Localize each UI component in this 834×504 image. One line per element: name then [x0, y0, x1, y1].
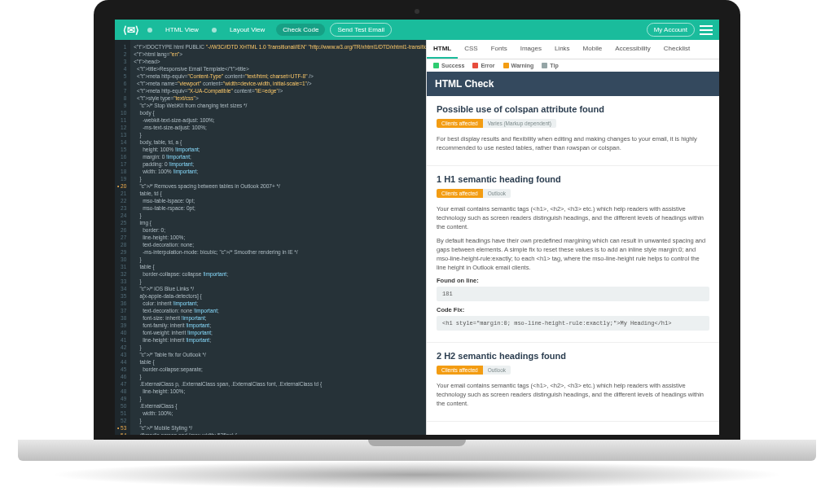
issue-text: For best display results and flexibility…: [437, 134, 709, 152]
tab-links[interactable]: Links: [548, 40, 577, 59]
screen-bezel: ⟨✉⟩ HTML View Layout View Check Code Sen…: [94, 0, 740, 441]
issue-item: 1 H1 semantic heading foundClients affec…: [427, 166, 719, 343]
legend-error: Error: [472, 63, 494, 68]
found-label: Found on line:: [437, 277, 709, 284]
tab-accessibility[interactable]: Accessibility: [608, 40, 657, 59]
issue-title: 1 H1 semantic heading found: [437, 174, 709, 184]
laptop-base: [18, 440, 816, 461]
code-editor[interactable]: 12345678910111213141516171819• 202122232…: [115, 40, 426, 435]
tab-images[interactable]: Images: [514, 40, 548, 59]
panel-title: HTML Check: [427, 72, 719, 96]
badge-clients: Clients affected: [437, 366, 483, 375]
shadow: [49, 461, 785, 489]
logo-icon: ⟨✉⟩: [121, 24, 141, 37]
legend: Success Error Warning Tip: [427, 59, 719, 72]
badge-scope: Outlook: [483, 189, 511, 198]
tab-css[interactable]: CSS: [458, 40, 484, 59]
laptop-frame: ⟨✉⟩ HTML View Layout View Check Code Sen…: [0, 0, 834, 504]
fix-label: Code Fix:: [437, 306, 709, 313]
html-view-button[interactable]: HTML View: [159, 24, 205, 36]
topbar: ⟨✉⟩ HTML View Layout View Check Code Sen…: [115, 20, 719, 40]
trackpad-notch: [368, 440, 466, 446]
found-line: 181: [437, 287, 709, 301]
send-test-button[interactable]: Send Test Email: [330, 23, 392, 37]
tab-checklist[interactable]: Checklist: [657, 40, 696, 59]
my-account-button[interactable]: My Account: [647, 23, 695, 37]
camera-dot: [415, 9, 419, 14]
tab-html[interactable]: HTML: [427, 40, 458, 59]
badge-clients: Clients affected: [437, 189, 483, 198]
fix-code: <h1 style="margin:0; mso-line-height-rul…: [437, 316, 709, 331]
badge-scope: Outlook: [483, 366, 511, 375]
issues-list[interactable]: Possible use of colspan attribute foundC…: [427, 96, 719, 435]
divider-dot: [212, 28, 217, 33]
issue-title: Possible use of colspan attribute found: [437, 104, 709, 114]
badge-clients: Clients affected: [437, 119, 483, 128]
menu-icon[interactable]: [700, 25, 713, 35]
results-panel: HTMLCSSFontsImagesLinksMobileAccessibili…: [426, 40, 719, 435]
main-split: 12345678910111213141516171819• 202122232…: [115, 40, 719, 435]
issue-text: Your email contains semantic tags (<h1>,…: [437, 204, 709, 231]
badge-scope: Varies (Markup dependent): [483, 119, 556, 128]
issue-text: Your email contains semantic tags (<h1>,…: [437, 381, 709, 408]
code-area[interactable]: <"t">!DOCTYPE html PUBLIC "-//W3C//DTD X…: [130, 40, 426, 435]
app-screen: ⟨✉⟩ HTML View Layout View Check Code Sen…: [115, 20, 719, 435]
check-code-button[interactable]: Check Code: [276, 24, 325, 36]
issue-item: 2 H2 semantic headings foundClients affe…: [427, 343, 719, 422]
legend-success: Success: [433, 63, 464, 68]
issue-item: Possible use of colspan attribute foundC…: [427, 96, 719, 166]
issue-title: 2 H2 semantic headings found: [437, 351, 709, 361]
legend-warning: Warning: [503, 63, 534, 68]
tab-mobile[interactable]: Mobile: [577, 40, 609, 59]
result-tabs: HTMLCSSFontsImagesLinksMobileAccessibili…: [427, 40, 719, 59]
layout-view-button[interactable]: Layout View: [223, 24, 271, 36]
legend-tip: Tip: [542, 63, 558, 68]
issue-text: By default headings have their own prede…: [437, 236, 709, 272]
status-dot: [147, 28, 152, 33]
line-gutter: 12345678910111213141516171819• 202122232…: [115, 40, 130, 435]
tab-fonts[interactable]: Fonts: [485, 40, 514, 59]
